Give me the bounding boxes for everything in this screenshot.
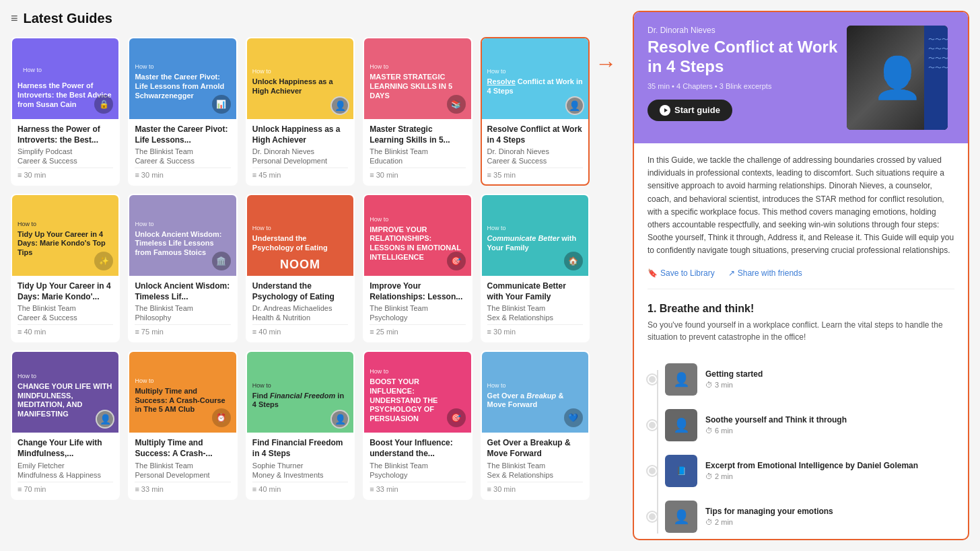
card-time: ≡ 40 min — [252, 482, 348, 496]
page-header: ≡ Latest Guides — [11, 11, 590, 26]
card-time: ≡ 33 min — [370, 482, 465, 496]
lesson-title: Excerpt from Emotional Intelligence by D… — [705, 461, 954, 470]
person-silhouette: 👤 — [872, 54, 923, 102]
card-title: Communicate Better with Your Family — [487, 234, 583, 253]
detail-meta: 35 min • 4 Chapters • 3 Blink excerpts — [648, 82, 840, 90]
noom-label: NOOM — [252, 258, 348, 272]
card-author: The Blinkist Team — [487, 304, 583, 312]
guide-card-1[interactable]: How to Harness the Power of Introverts: … — [11, 37, 120, 186]
lesson-item-1[interactable]: 👤 Getting started ⏱ 3 min — [648, 357, 954, 402]
selection-arrow: → — [590, 11, 622, 540]
how-to-label: How to — [252, 68, 348, 75]
card-time: ≡ 35 min — [487, 168, 583, 182]
card-author: The Blinkist Team — [135, 304, 230, 312]
card-icon: 🎯 — [447, 408, 466, 427]
guide-card-4[interactable]: How to MASTER STRATEGIC LEARNING SKILLS … — [363, 37, 472, 186]
lesson-time: ⏱ 2 min — [705, 518, 954, 526]
share-icon: ↗ — [728, 268, 735, 278]
card-name: Master Strategic Learning Skills in 5... — [370, 124, 465, 145]
save-to-library-link[interactable]: 🔖 Save to Library — [648, 268, 715, 278]
guides-grid: How to Harness the Power of Introverts: … — [11, 37, 590, 500]
guide-card-8[interactable]: How to Understand the Psychology of Eati… — [246, 194, 355, 342]
card-author: Dr. Andreas Michaelides — [252, 304, 348, 312]
lesson-thumbnail: 📘 — [665, 455, 697, 487]
card-icon: 🏠 — [564, 252, 583, 270]
card-name: Get Over a Breakup & Move Forward — [487, 438, 583, 459]
lesson-time: ⏱ 2 min — [705, 472, 954, 480]
card-icon: 🎯 — [447, 252, 466, 270]
card-title: Find Financial Freedom in 4 Steps — [252, 392, 348, 410]
lesson-dot — [648, 420, 657, 430]
card-author: Dr. Dinorah Nieves — [252, 147, 348, 155]
how-to-label: How to — [370, 368, 465, 375]
guide-card-6[interactable]: How to Tidy Up Your Career in 4 Days: Ma… — [11, 194, 120, 342]
share-with-friends-link[interactable]: ↗ Share with friends — [728, 268, 802, 278]
card-category: Mindfulness & Happiness — [18, 471, 113, 479]
card-author: The Blinkist Team — [370, 304, 465, 312]
card-author: Emily Fletcher — [18, 462, 113, 470]
card-icon: 💙 — [564, 408, 583, 427]
guide-card-2[interactable]: How to Master the Career Pivot: Life Les… — [128, 37, 237, 186]
how-to-label: How to — [487, 225, 583, 231]
bookmark-icon: 🔖 — [648, 268, 658, 278]
menu-icon: ≡ — [11, 11, 18, 26]
how-to-label: How to — [135, 221, 230, 227]
start-guide-button[interactable]: Start guide — [648, 100, 732, 121]
lesson-info: Getting started ⏱ 3 min — [705, 369, 954, 389]
how-to-label: How to — [135, 377, 230, 384]
card-icon: ⏰ — [212, 408, 231, 427]
how-to-label: How to — [18, 54, 113, 79]
guide-card-9[interactable]: How to IMPROVE YOUR RELATIONSHIPS: LESSO… — [363, 194, 472, 342]
card-name: Communicate Better with Your Family — [487, 281, 583, 302]
lesson-item-3[interactable]: 📘 Excerpt from Emotional Intelligence by… — [648, 448, 954, 494]
card-name: Change Your Life with Mindfulness,... — [18, 438, 113, 459]
card-category: Education — [370, 157, 465, 165]
lesson-thumbnail: 👤 — [665, 501, 697, 533]
card-category: Career & Success — [18, 314, 113, 322]
card-category: Personal Development — [135, 471, 230, 479]
card-category: Health & Nutrition — [252, 314, 348, 322]
card-category: Personal Development — [252, 157, 348, 165]
share-label: Share with friends — [738, 268, 802, 278]
card-time: ≡ 30 min — [135, 168, 230, 182]
start-guide-label: Start guide — [674, 105, 720, 115]
author-avatar: 👤 — [96, 410, 114, 429]
card-time: ≡ 30 min — [487, 324, 583, 338]
card-author: Sophie Thurner — [252, 462, 348, 470]
card-icon: 🏛️ — [212, 252, 231, 270]
how-to-label: How to — [135, 63, 230, 70]
how-to-label: How to — [18, 373, 113, 379]
guide-card-11[interactable]: How to CHANGE YOUR LIFE WITH MINDFULNESS… — [11, 351, 120, 499]
guide-card-14[interactable]: How to BOOST YOUR INFLUENCE: UNDERSTAND … — [363, 351, 472, 499]
detail-header: Dr. Dinorah Nieves Resolve Conflict at W… — [634, 12, 968, 143]
card-time: ≡ 40 min — [252, 324, 348, 338]
author-avatar: 👤 — [330, 96, 349, 115]
guide-card-13[interactable]: How to Find Financial Freedom in 4 Steps… — [246, 351, 355, 499]
lesson-item-2[interactable]: 👤 Soothe yourself and Think it through ⏱… — [648, 402, 954, 448]
guide-card-12[interactable]: How to Multiply Time and Success: A Cras… — [128, 351, 237, 499]
card-author: The Blinkist Team — [135, 147, 230, 155]
card-category: Career & Success — [487, 157, 583, 165]
guide-card-5[interactable]: How to Resolve Conflict at Work in 4 Ste… — [481, 37, 590, 186]
card-icon: 📚 — [447, 95, 466, 114]
card-icon: 📊 — [212, 95, 231, 114]
chapter-subtext: So you've found yourself in a workplace … — [648, 319, 954, 343]
card-name: Harness the Power of Introverts: the Bes… — [18, 124, 113, 145]
card-category: Philosophy — [135, 314, 230, 322]
guide-card-3[interactable]: How to Unlock Happiness as a High Achiev… — [246, 37, 355, 186]
card-time: ≡ 40 min — [18, 324, 113, 338]
guide-card-7[interactable]: How to Unlock Ancient Wisdom: Timeless L… — [128, 194, 237, 342]
guide-card-15[interactable]: How to Get Over a Breakup & Move Forward… — [481, 351, 590, 499]
author-avatar: 👤 — [330, 410, 349, 429]
card-time: ≡ 30 min — [18, 168, 113, 182]
card-time: ≡ 75 min — [135, 324, 230, 338]
how-to-label: How to — [370, 63, 465, 70]
lesson-item-4[interactable]: 👤 Tips for managing your emotions ⏱ 2 mi… — [648, 494, 954, 534]
card-title: Get Over a Breakup & Move Forward — [487, 392, 583, 410]
play-icon — [660, 105, 670, 116]
lesson-title: Tips for managing your emotions — [705, 507, 954, 516]
card-category: Career & Success — [18, 157, 113, 165]
lesson-time: ⏱ 6 min — [705, 427, 954, 435]
guide-card-10[interactable]: How to Communicate Better with Your Fami… — [481, 194, 590, 342]
card-icon: ✨ — [94, 252, 113, 270]
